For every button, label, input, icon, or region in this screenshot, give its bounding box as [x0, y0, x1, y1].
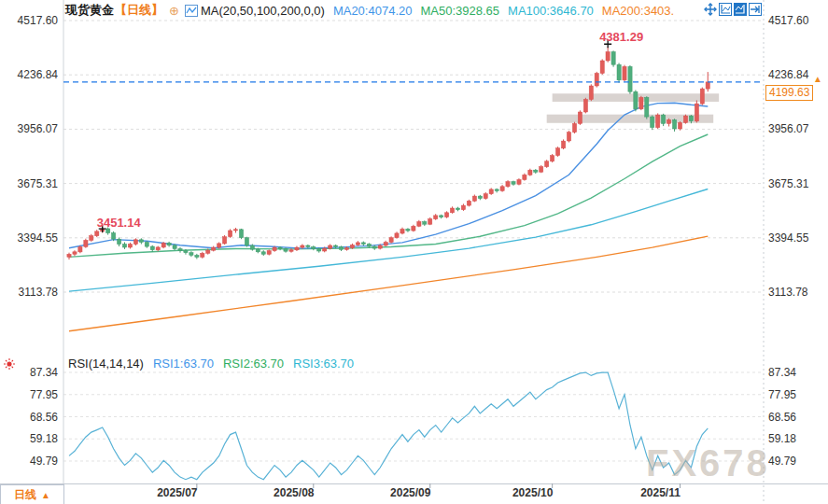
- y-axis-label: 68.56: [768, 411, 821, 424]
- ma-settings-label: MA(20,50,100,200,0,0): [201, 4, 325, 18]
- ma-value-label: MA100:3646.70: [508, 4, 594, 18]
- y-axis-label: 3394.55: [768, 231, 821, 245]
- y-axis-label: 3675.31: [2, 177, 58, 190]
- indicator-settings-icon[interactable]: [3, 357, 16, 371]
- ma-line-MA50: [69, 134, 708, 257]
- y-axis-label: 3113.78: [2, 286, 58, 299]
- y-axis-label: 3956.07: [2, 122, 58, 135]
- chart-canvas[interactable]: [0, 0, 828, 504]
- chart-type-icon[interactable]: [185, 5, 198, 17]
- x-axis-date-label: 2025/10: [512, 486, 553, 499]
- ma-value-label: MA200:3403.: [602, 4, 674, 18]
- trading-chart-app: FX678 现货黄金 【日线】 ⊕ MA(20,50,100,200,0,0) …: [0, 0, 828, 504]
- y-axis-label: 3113.78: [768, 286, 821, 299]
- y-axis-label: 49.79: [2, 455, 58, 468]
- symbol-name: 现货黄金: [65, 2, 114, 19]
- early-peak-price-label: 3451.14: [97, 216, 141, 230]
- y-axis-label: 4517.60: [2, 14, 58, 27]
- main-chart-header: 现货黄金 【日线】 ⊕ MA(20,50,100,200,0,0) MA20:4…: [65, 3, 674, 18]
- y-axis-label: 59.18: [768, 432, 821, 445]
- timeframe-label: 日线: [14, 487, 36, 503]
- ma-line-MA100: [69, 189, 708, 292]
- pan-icon[interactable]: [704, 3, 717, 16]
- y-axis-label: 4517.60: [768, 14, 821, 27]
- right-axis-scale-icon[interactable]: [734, 3, 747, 16]
- rsi-header: RSI(14,14,14) RSI1:63.70RSI2:63.70RSI3:6…: [68, 357, 354, 371]
- y-axis-label: 4236.84: [2, 68, 58, 81]
- y-axis-label: 3956.07: [768, 122, 821, 135]
- y-axis-label: 59.18: [2, 432, 58, 445]
- rsi-value-label: RSI3:63.70: [293, 357, 354, 371]
- timeframe-arrow-icon: ▲: [41, 490, 50, 500]
- candles-layer: [67, 47, 709, 259]
- timeframe-selector[interactable]: 日线 ▲: [0, 484, 64, 504]
- y-axis-label: 49.79: [768, 455, 821, 468]
- y-axis-label: 87.34: [768, 366, 821, 379]
- y-axis-label: 3394.55: [2, 231, 58, 245]
- price-zone: [547, 115, 714, 123]
- rsi-line: [69, 372, 708, 480]
- rsi-value-label: RSI2:63.70: [223, 357, 284, 371]
- price-up-arrow-icon: ▲: [813, 74, 822, 84]
- x-axis-date-label: 2025/08: [274, 486, 314, 499]
- peak-price-label: 4381.29: [599, 30, 643, 44]
- rsi-values-group: RSI1:63.70RSI2:63.70RSI3:63.70: [144, 357, 354, 371]
- y-axis-label: 77.95: [2, 388, 58, 401]
- rsi-settings-label: RSI(14,14,14): [68, 357, 144, 371]
- ma-line-MA20: [69, 103, 708, 248]
- watermark: FX678: [646, 442, 770, 484]
- y-axis-label: 68.56: [2, 411, 58, 424]
- ma-value-label: MA50:3928.65: [420, 4, 499, 18]
- left-axis-scale-icon[interactable]: [719, 3, 732, 16]
- rsi-value-label: RSI1:63.70: [153, 357, 214, 371]
- chart-toolbar: [704, 3, 762, 16]
- x-axis-date-label: 2025/07: [157, 486, 197, 499]
- ma-values-group: MA20:4074.20MA50:3928.65MA100:3646.70MA2…: [325, 4, 674, 18]
- shift-right-icon[interactable]: [749, 3, 762, 16]
- last-price-tag: 4199.63: [765, 85, 813, 101]
- x-axis-date-label: 2025/09: [390, 486, 430, 499]
- ma-value-label: MA20:4074.20: [333, 4, 413, 18]
- add-indicator-icon[interactable]: ⊕: [169, 4, 179, 18]
- timeframe-tag: 【日线】: [115, 2, 163, 19]
- y-axis-label: 3675.31: [768, 177, 821, 190]
- x-axis-date-label: 2025/11: [640, 486, 681, 499]
- y-axis-label: 77.95: [768, 388, 821, 401]
